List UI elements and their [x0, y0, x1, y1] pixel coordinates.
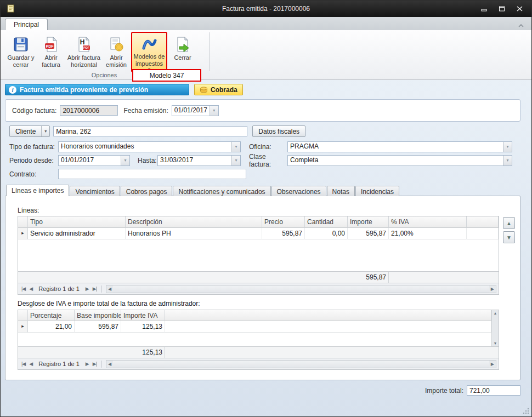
close-form-button[interactable]: Cerrar [169, 32, 196, 72]
detail-panel: Líneas: Tipo Descripción Precio Cantidad… [5, 196, 520, 380]
column-header-porcentaje[interactable]: Porcentaje [28, 310, 75, 321]
open-emission-button[interactable]: Abrir emisión [103, 32, 129, 72]
open-invoice-pdf-button[interactable]: PDF Abrir factura [37, 32, 65, 72]
periodo-desde-picker[interactable]: 01/01/2017 ▾ [58, 155, 130, 166]
tipo-factura-select[interactable]: Honorarios comunidades ▾ [58, 141, 241, 152]
column-header-descripcion[interactable]: Descripción [126, 216, 262, 228]
cliente-dropdown-button[interactable]: ▾ [41, 126, 49, 136]
ribbon-tabstrip: Principal [1, 17, 531, 30]
close-button[interactable] [513, 4, 526, 14]
table-row[interactable]: ▸ 21,00 595,87 125,13 [18, 321, 491, 333]
scroll-right-button[interactable]: ▶ [489, 362, 496, 367]
maximize-icon [499, 6, 505, 12]
cliente-field[interactable] [53, 126, 247, 136]
window-title: Factura emitida - 2017000006 [1, 5, 531, 13]
codigo-factura-label: Código factura: [12, 107, 56, 115]
dropdown-button[interactable]: ▾ [503, 142, 512, 152]
chevron-down-icon: ▾ [213, 108, 215, 113]
form-content: i Factura emitida proveniente de previsi… [1, 80, 531, 416]
collapse-ribbon-button[interactable] [518, 21, 524, 29]
clase-factura-select[interactable]: Completa ▾ [287, 155, 512, 166]
open-horizontal-invoice-button[interactable]: H PDF Abrir factura horizontal [66, 32, 101, 72]
app-icon [6, 4, 16, 14]
codigo-factura-field[interactable] [60, 105, 118, 116]
oficina-label: Oficina: [249, 143, 287, 151]
column-header-blank [467, 216, 499, 228]
contrato-field[interactable] [58, 169, 246, 179]
pager-first-button[interactable]: |◀ [20, 286, 26, 292]
datos-fiscales-button[interactable]: Datos fiscales [252, 125, 305, 137]
scroll-right-button[interactable]: ▶ [489, 287, 496, 292]
dropdown-button[interactable]: ▾ [231, 142, 240, 152]
pager-prev-button[interactable]: ◀ [28, 286, 33, 292]
column-header-cantidad[interactable]: Cantidad [305, 216, 348, 228]
close-form-icon [174, 36, 191, 53]
tab-incidencias[interactable]: Incidencias [355, 186, 399, 196]
hasta-picker[interactable]: 31/03/2017 ▾ [157, 155, 241, 166]
move-row-down-button[interactable]: ▼ [503, 231, 515, 243]
footer-total-iva: 125,13 [121, 347, 165, 358]
resize-grip[interactable] [522, 407, 529, 414]
scroll-left-button[interactable]: ◀ [106, 287, 113, 292]
fecha-emision-label: Fecha emisión: [123, 107, 168, 115]
horizontal-scrollbar[interactable]: ◀ ▶ [106, 285, 496, 293]
svg-text:H: H [80, 38, 85, 46]
tab-cobros-pagos[interactable]: Cobros pagos [121, 186, 173, 196]
oficina-select[interactable]: PRAGMA ▾ [287, 141, 512, 152]
pager-last-button[interactable]: ▶| [92, 361, 98, 367]
scroll-down-button[interactable]: ▼ [494, 341, 497, 345]
pager-first-button[interactable]: |◀ [20, 361, 26, 367]
tab-notas[interactable]: Notas [327, 186, 355, 196]
column-header-base[interactable]: Base imponible [75, 310, 121, 321]
tab-notificaciones[interactable]: Notificaciones y comunicados [173, 186, 270, 196]
chevron-down-icon: ▾ [44, 129, 47, 134]
column-header-precio[interactable]: Precio [262, 216, 305, 228]
save-and-close-button[interactable]: Guardar y cerrar [6, 32, 36, 72]
horizontal-scrollbar[interactable]: ◀ ▶ [106, 360, 496, 368]
scroll-left-button[interactable]: ◀ [106, 362, 113, 367]
pager-next-button[interactable]: ▶ [84, 286, 90, 292]
column-header-iva[interactable]: % IVA [389, 216, 467, 228]
menu-item-modelo-347[interactable]: Modelo 347 [132, 69, 201, 82]
tax-models-button[interactable]: Modelos de impuestos ▾ [131, 32, 167, 72]
column-header-tipo[interactable]: Tipo [28, 216, 126, 228]
pager-prev-button[interactable]: ◀ [28, 361, 33, 367]
scroll-up-button[interactable]: ▲ [494, 311, 497, 315]
importe-total-field[interactable] [467, 385, 520, 396]
column-header-blank [165, 310, 491, 321]
calendar-dropdown-button[interactable]: ▾ [121, 156, 129, 165]
tab-vencimientos[interactable]: Vencimientos [70, 186, 120, 196]
window-controls [478, 4, 531, 14]
move-row-up-button[interactable]: ▲ [503, 217, 515, 229]
pager-text: Registro 1 de 1 [35, 361, 83, 367]
vertical-scrollbar[interactable]: ▲ ▼ [491, 310, 499, 346]
tab-lineas-importes[interactable]: Líneas e importes [6, 185, 69, 196]
badge-label: Cobrada [211, 86, 237, 94]
pager-next-button[interactable]: ▶ [84, 361, 90, 367]
cliente-button[interactable]: Cliente ▾ [9, 125, 50, 137]
pager-last-button[interactable]: ▶| [92, 286, 98, 292]
save-icon [12, 36, 30, 53]
calendar-dropdown-button[interactable]: ▾ [210, 106, 218, 116]
tab-observaciones[interactable]: Observaciones [271, 186, 326, 196]
clase-factura-label: Clase factura: [249, 153, 287, 168]
table-row[interactable]: ▸ Servicio administrador Honorarios PH 5… [18, 228, 499, 239]
minimize-button[interactable] [478, 4, 491, 14]
iva-section-label: Desglose de IVA e importe total de la fa… [18, 300, 200, 307]
chevron-down-icon: ▾ [235, 158, 237, 163]
iva-grid: Porcentaje Base imponible Importe IVA ▸ … [18, 310, 499, 370]
lineas-label: Líneas: [18, 207, 39, 214]
dropdown-button[interactable]: ▾ [503, 156, 512, 165]
coins-icon [200, 86, 208, 94]
button-label: Abrir factura [38, 54, 64, 68]
row-indicator-icon: ▸ [18, 321, 28, 333]
column-header-importe-iva[interactable]: Importe IVA [121, 310, 165, 321]
scrollbar-track[interactable] [113, 361, 489, 368]
tab-principal[interactable]: Principal [5, 19, 48, 30]
title-bar: Factura emitida - 2017000006 [1, 1, 531, 17]
maximize-button[interactable] [495, 4, 508, 14]
fecha-emision-picker[interactable]: 01/01/2017 ▾ [172, 105, 219, 116]
column-header-importe[interactable]: Importe [348, 216, 389, 228]
calendar-dropdown-button[interactable]: ▾ [231, 156, 240, 165]
scrollbar-track[interactable] [113, 285, 489, 293]
